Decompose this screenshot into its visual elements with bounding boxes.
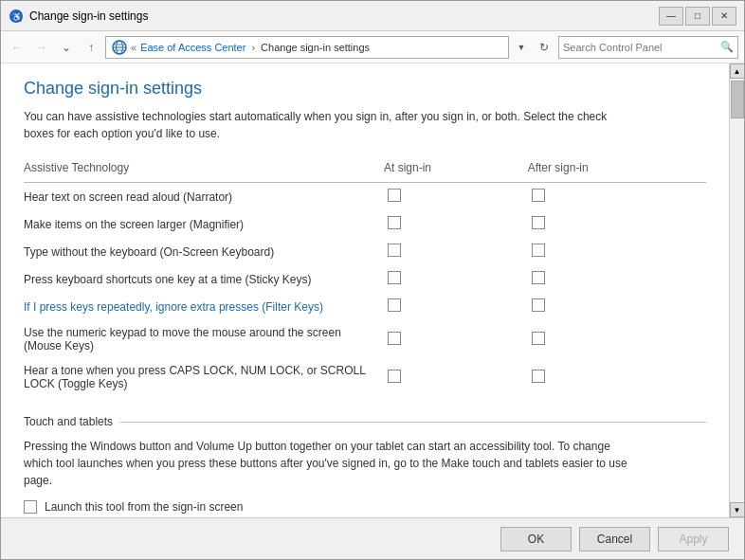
- apply-button[interactable]: Apply: [658, 527, 729, 551]
- title-bar: ♿ Change sign-in settings — □ ✕: [1, 1, 744, 31]
- tech-label: If I press keys repeatedly, ignore extra…: [24, 293, 384, 320]
- breadcrumb-current: Change sign-in settings: [261, 42, 370, 53]
- touch-description: Pressing the Windows button and Volume U…: [24, 438, 630, 489]
- launch-tool-checkbox[interactable]: [24, 500, 37, 514]
- maximize-button[interactable]: □: [685, 7, 710, 26]
- after-signin-checkbox[interactable]: [532, 298, 545, 312]
- at-signin-cell: [384, 320, 528, 358]
- after-signin-cell: [528, 265, 706, 293]
- tech-label: Hear text on screen read aloud (Narrator…: [24, 183, 384, 210]
- assistive-tech-table: Assistive Technology At sign-in After si…: [24, 157, 706, 396]
- after-signin-cell: [528, 320, 706, 358]
- at-signin-cell: [384, 358, 528, 396]
- at-signin-cell: [384, 293, 528, 320]
- svg-text:♿: ♿: [11, 10, 23, 22]
- at-signin-checkbox[interactable]: [388, 216, 401, 229]
- refresh-button[interactable]: ↻: [534, 37, 554, 58]
- table-row: Hear text on screen read aloud (Narrator…: [24, 183, 706, 210]
- after-signin-checkbox[interactable]: [532, 244, 545, 257]
- nav-bar: ← → ⌄ ↑ « Ease of Access Center › Change…: [1, 31, 744, 63]
- col-header-technology: Assistive Technology: [24, 157, 384, 182]
- search-box: 🔍: [558, 36, 738, 59]
- up-button[interactable]: ↑: [81, 37, 101, 58]
- table-row: If I press keys repeatedly, ignore extra…: [24, 293, 706, 320]
- forward-button[interactable]: →: [31, 37, 52, 58]
- after-signin-cell: [528, 358, 706, 396]
- touch-section: Touch and tablets Pressing the Windows b…: [24, 415, 706, 514]
- tech-label: Press keyboard shortcuts one key at a ti…: [24, 265, 384, 293]
- tech-label: Use the numeric keypad to move the mouse…: [24, 320, 384, 358]
- search-icon-button[interactable]: 🔍: [720, 41, 734, 53]
- search-input[interactable]: [563, 42, 720, 53]
- at-signin-checkbox[interactable]: [388, 298, 401, 312]
- launch-tool-row: Launch this tool from the sign-in screen: [24, 500, 706, 514]
- table-row: Press keyboard shortcuts one key at a ti…: [24, 265, 706, 293]
- table-row: Hear a tone when you press CAPS LOCK, NU…: [24, 358, 706, 396]
- after-signin-checkbox[interactable]: [532, 216, 545, 229]
- col-header-after-signin: After sign-in: [528, 157, 706, 182]
- at-signin-cell: [384, 183, 528, 210]
- at-signin-checkbox[interactable]: [388, 271, 401, 284]
- cancel-button[interactable]: Cancel: [579, 527, 650, 551]
- breadcrumb-arrow: ›: [251, 42, 255, 53]
- tech-label: Hear a tone when you press CAPS LOCK, NU…: [24, 358, 384, 396]
- at-signin-checkbox[interactable]: [388, 189, 401, 202]
- scrollbar-track: ▲ ▼: [729, 63, 744, 517]
- at-signin-cell: [384, 210, 528, 238]
- after-signin-checkbox[interactable]: [532, 189, 545, 202]
- back-button[interactable]: ←: [7, 37, 27, 58]
- address-bar: « Ease of Access Center › Change sign-in…: [105, 36, 509, 59]
- tech-link[interactable]: If I press keys repeatedly, ignore extra…: [24, 300, 323, 314]
- breadcrumb-separator-1: «: [131, 42, 136, 53]
- ok-button[interactable]: OK: [500, 527, 572, 551]
- at-signin-cell: [384, 265, 528, 293]
- minimize-button[interactable]: —: [659, 7, 683, 26]
- launch-tool-label: Launch this tool from the sign-in screen: [45, 500, 243, 514]
- scroll-up-button[interactable]: ▲: [730, 63, 745, 79]
- title-bar-label: Change sign-in settings: [29, 9, 659, 23]
- scrollbar-thumb[interactable]: [731, 81, 744, 118]
- at-signin-checkbox[interactable]: [388, 370, 401, 383]
- table-row: Use the numeric keypad to move the mouse…: [24, 320, 706, 358]
- at-signin-cell: [384, 238, 528, 265]
- at-signin-checkbox[interactable]: [388, 244, 401, 257]
- after-signin-checkbox[interactable]: [532, 271, 545, 284]
- tech-label: Make items on the screen larger (Magnifi…: [24, 210, 384, 238]
- at-signin-checkbox[interactable]: [388, 332, 401, 345]
- tech-label: Type without the keyboard (On-Screen Key…: [24, 238, 384, 265]
- dropdown-button[interactable]: ⌄: [56, 37, 77, 58]
- window-icon: ♿: [9, 9, 24, 24]
- touch-section-header: Touch and tablets: [24, 415, 706, 428]
- close-button[interactable]: ✕: [712, 7, 736, 26]
- after-signin-cell: [528, 238, 706, 265]
- address-dropdown-button[interactable]: ▼: [513, 37, 530, 58]
- col-header-at-signin: At sign-in: [384, 157, 528, 182]
- address-globe-icon: [112, 40, 127, 55]
- footer: OK Cancel Apply: [1, 517, 744, 559]
- after-signin-cell: [528, 183, 706, 210]
- page-title: Change sign-in settings: [24, 79, 706, 99]
- scroll-down-button[interactable]: ▼: [730, 502, 745, 517]
- after-signin-checkbox[interactable]: [532, 332, 545, 345]
- page-description: You can have assistive technologies star…: [24, 108, 630, 142]
- main-content: Change sign-in settings You can have ass…: [1, 63, 729, 517]
- main-window: ♿ Change sign-in settings — □ ✕ ← → ⌄ ↑ …: [0, 0, 745, 560]
- after-signin-cell: [528, 210, 706, 238]
- after-signin-cell: [528, 293, 706, 320]
- title-bar-controls: — □ ✕: [659, 7, 736, 26]
- breadcrumb-ease[interactable]: Ease of Access Center: [140, 42, 245, 53]
- content-area: Change sign-in settings You can have ass…: [1, 63, 744, 517]
- after-signin-checkbox[interactable]: [532, 370, 545, 383]
- table-row: Type without the keyboard (On-Screen Key…: [24, 238, 706, 265]
- table-row: Make items on the screen larger (Magnifi…: [24, 210, 706, 238]
